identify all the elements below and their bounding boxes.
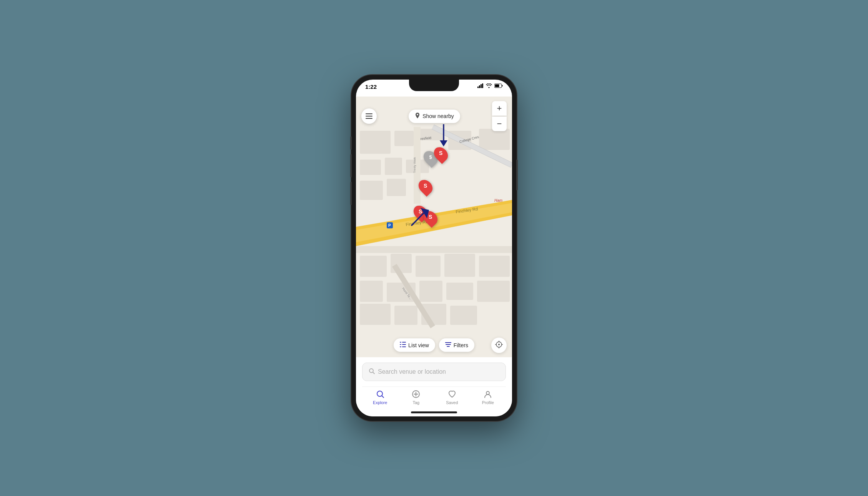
- svg-rect-33: [444, 254, 475, 277]
- home-bar: [411, 411, 457, 413]
- wifi-icon: [486, 83, 492, 89]
- svg-rect-32: [416, 256, 441, 277]
- svg-rect-0: [477, 87, 479, 88]
- svg-rect-9: [394, 131, 414, 146]
- explore-label: Explore: [373, 400, 387, 405]
- svg-rect-30: [360, 256, 387, 277]
- svg-rect-12: [479, 129, 510, 150]
- svg-rect-5: [502, 85, 503, 87]
- svg-rect-50: [366, 116, 372, 117]
- svg-rect-39: [477, 281, 510, 302]
- nav-tag[interactable]: Tag: [398, 389, 434, 405]
- svg-rect-16: [360, 181, 383, 200]
- svg-rect-38: [446, 283, 473, 300]
- map-bottom-controls: List view Filters: [356, 338, 512, 352]
- svg-line-73: [373, 372, 374, 374]
- show-nearby-button[interactable]: Show nearby: [409, 110, 460, 123]
- list-view-button[interactable]: List view: [394, 338, 435, 352]
- list-icon: [400, 342, 406, 348]
- svg-point-79: [486, 391, 489, 394]
- show-nearby-label: Show nearby: [422, 113, 454, 119]
- svg-rect-34: [479, 256, 510, 277]
- svg-rect-2: [481, 84, 482, 88]
- status-icons: [477, 83, 503, 89]
- menu-button[interactable]: [361, 108, 377, 124]
- map-area[interactable]: College Cres Maresfield Trinity Walk Fin…: [356, 97, 512, 357]
- svg-marker-56: [421, 208, 429, 218]
- svg-rect-8: [360, 131, 391, 154]
- tag-label: Tag: [412, 400, 419, 405]
- svg-point-67: [498, 344, 500, 345]
- person-icon: [483, 389, 493, 399]
- signal-icon: [477, 83, 484, 89]
- nav-explore[interactable]: Explore: [362, 389, 398, 405]
- location-pin-icon: [415, 113, 420, 120]
- svg-text:Ham: Ham: [494, 198, 502, 203]
- arrow-up-right-icon: [410, 206, 431, 229]
- svg-rect-35: [360, 281, 383, 302]
- svg-rect-57: [400, 342, 401, 343]
- svg-rect-17: [387, 179, 406, 196]
- svg-rect-37: [419, 281, 442, 302]
- svg-marker-54: [440, 140, 447, 146]
- svg-rect-40: [360, 304, 391, 325]
- svg-rect-60: [402, 344, 406, 345]
- list-view-label: List view: [408, 342, 429, 348]
- search-icon: [369, 368, 375, 376]
- home-indicator: [356, 408, 512, 416]
- bottom-nav: Explore Tag: [362, 386, 506, 408]
- nav-profile[interactable]: Profile: [470, 389, 506, 405]
- svg-rect-1: [479, 85, 480, 88]
- bottom-panel: Search venue or location Explore: [356, 357, 512, 408]
- svg-line-75: [382, 396, 384, 398]
- saved-label: Saved: [446, 400, 458, 405]
- location-target-icon: [495, 341, 503, 350]
- svg-rect-59: [400, 344, 401, 345]
- explore-icon: [375, 389, 385, 399]
- zoom-in-button[interactable]: +: [492, 101, 507, 116]
- map-marker-1[interactable]: S: [435, 146, 447, 162]
- filters-label: Filters: [454, 342, 468, 348]
- svg-rect-41: [394, 306, 417, 325]
- svg-text:Trinity Walk: Trinity Walk: [413, 157, 416, 173]
- filters-button[interactable]: Filters: [439, 338, 474, 352]
- svg-rect-58: [402, 342, 406, 343]
- battery-icon: [494, 83, 503, 89]
- svg-rect-6: [495, 85, 499, 87]
- location-target-button[interactable]: [491, 338, 507, 353]
- map-marker-finchley[interactable]: S: [419, 179, 432, 195]
- heart-icon: [447, 389, 457, 399]
- map-top-controls: Show nearby + −: [356, 101, 512, 131]
- nav-saved[interactable]: Saved: [434, 389, 470, 405]
- svg-rect-3: [482, 83, 483, 88]
- search-placeholder: Search venue or location: [378, 368, 446, 375]
- svg-rect-62: [402, 346, 406, 347]
- search-bar[interactable]: Search venue or location: [362, 363, 506, 381]
- svg-rect-14: [385, 158, 402, 175]
- zoom-controls: + −: [492, 101, 507, 131]
- svg-rect-13: [360, 160, 381, 175]
- svg-rect-29: [356, 246, 512, 253]
- zoom-out-button[interactable]: −: [492, 117, 507, 131]
- profile-label: Profile: [482, 400, 494, 405]
- filter-icon: [445, 342, 451, 348]
- status-time: 1:22: [365, 83, 377, 90]
- svg-rect-49: [366, 113, 372, 114]
- svg-rect-43: [450, 306, 477, 325]
- tag-icon: [411, 389, 421, 399]
- svg-text:P: P: [388, 223, 391, 228]
- svg-point-52: [417, 114, 418, 115]
- svg-rect-31: [391, 254, 412, 273]
- svg-rect-61: [400, 346, 401, 347]
- svg-rect-51: [366, 118, 372, 119]
